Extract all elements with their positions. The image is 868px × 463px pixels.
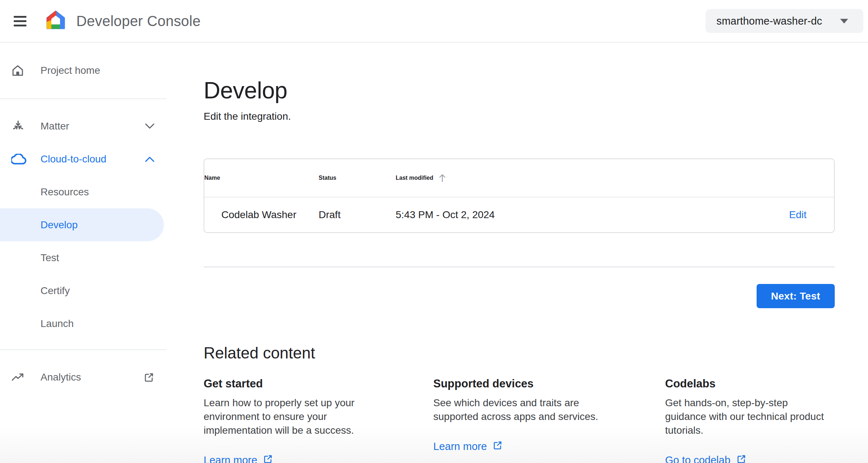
card-title: Get started: [204, 377, 433, 391]
sidebar-item-resources[interactable]: Resources: [0, 175, 166, 208]
trending-up-icon: [11, 373, 27, 382]
app-title: Developer Console: [76, 13, 201, 29]
chevron-down-icon: [145, 123, 154, 129]
sidebar-item-certify[interactable]: Certify: [0, 274, 166, 307]
column-header-last-modified[interactable]: Last modified: [396, 173, 726, 183]
learn-more-link[interactable]: Learn more: [204, 454, 273, 463]
sort-ascending-icon: [438, 173, 446, 183]
related-cards: Get started Learn how to properly set up…: [204, 377, 835, 463]
sidebar: Project home Matter Cloud-to-cloud: [0, 43, 166, 463]
google-home-logo-icon: [45, 10, 66, 31]
chevron-up-icon: [145, 156, 154, 162]
learn-more-link[interactable]: Learn more: [433, 440, 503, 453]
card-title: Supported devices: [433, 377, 665, 391]
external-link-icon: [263, 454, 273, 463]
sidebar-item-launch[interactable]: Launch: [0, 307, 166, 340]
external-link-icon: [144, 372, 154, 383]
card-codelabs: Codelabs Get hands-on, step-by-step guid…: [665, 377, 835, 463]
integration-status: Draft: [319, 209, 396, 221]
sidebar-item-label: Develop: [41, 219, 78, 231]
divider: [0, 98, 166, 99]
cloud-icon: [11, 154, 27, 165]
go-to-codelab-link[interactable]: Go to codelab: [665, 454, 746, 463]
sidebar-item-label: Certify: [41, 285, 70, 297]
brand: Developer Console: [45, 10, 201, 31]
card-supported-devices: Supported devices See which devices and …: [433, 377, 665, 463]
menu-icon[interactable]: [14, 16, 26, 26]
actions-row: Next: Test: [204, 284, 835, 308]
sidebar-item-label: Resources: [41, 186, 89, 198]
sidebar-item-test[interactable]: Test: [0, 241, 166, 274]
dropdown-caret-icon: [840, 19, 848, 24]
integration-name: Codelab Washer: [204, 209, 319, 221]
sidebar-item-label: Launch: [41, 318, 74, 330]
page-subtitle: Edit the integration.: [204, 110, 835, 123]
related-content-heading: Related content: [204, 344, 835, 362]
divider: [0, 349, 166, 350]
sidebar-item-analytics[interactable]: Analytics: [0, 361, 166, 394]
edit-button[interactable]: Edit: [789, 209, 834, 221]
sidebar-item-label: Matter: [41, 120, 69, 132]
external-link-icon: [493, 440, 503, 453]
sidebar-item-matter[interactable]: Matter: [0, 110, 166, 143]
page-title: Develop: [204, 77, 835, 103]
top-app-bar: Developer Console smarthome-washer-dc: [0, 0, 868, 43]
column-header-status[interactable]: Status: [319, 175, 396, 181]
divider: [204, 267, 835, 267]
matter-icon: [11, 119, 27, 133]
table-header-row: Name Status Last modified: [204, 159, 834, 197]
sidebar-item-label: Analytics: [41, 371, 81, 383]
external-link-icon: [736, 454, 746, 463]
column-header-name[interactable]: Name: [204, 175, 319, 181]
main-content: Develop Edit the integration. Name Statu…: [204, 43, 835, 463]
sidebar-item-label: Project home: [41, 65, 100, 76]
home-icon: [11, 64, 27, 77]
integrations-table: Name Status Last modified Codelab Washer…: [204, 158, 835, 233]
project-selector[interactable]: smarthome-washer-dc: [706, 9, 863, 33]
integration-last-modified: 5:43 PM - Oct 2, 2024: [396, 209, 726, 221]
sidebar-item-develop[interactable]: Develop: [0, 208, 164, 241]
sidebar-item-cloud-to-cloud[interactable]: Cloud-to-cloud: [0, 143, 166, 175]
card-description: Get hands-on, step-by-step guidance with…: [665, 396, 835, 437]
project-selector-value: smarthome-washer-dc: [716, 15, 822, 27]
card-description: Learn how to properly set up your enviro…: [204, 396, 433, 437]
sidebar-item-label: Cloud-to-cloud: [41, 153, 106, 165]
sidebar-item-project-home[interactable]: Project home: [0, 54, 166, 87]
sidebar-item-label: Test: [41, 252, 59, 264]
next-test-button[interactable]: Next: Test: [757, 284, 835, 308]
card-title: Codelabs: [665, 377, 835, 391]
table-row: Codelab Washer Draft 5:43 PM - Oct 2, 20…: [204, 197, 834, 232]
card-get-started: Get started Learn how to properly set up…: [204, 377, 433, 463]
card-description: See which devices and traits are support…: [433, 396, 665, 424]
